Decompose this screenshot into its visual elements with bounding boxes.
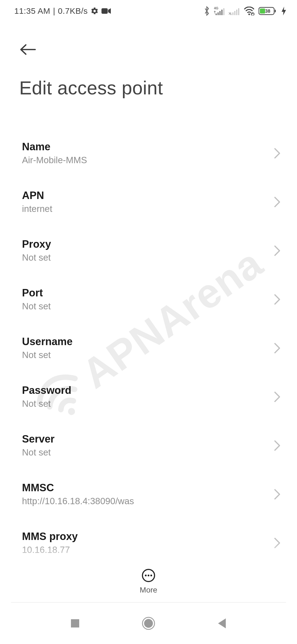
row-value: Air-Mobile-MMS [22, 155, 268, 165]
signal-4g-icon: 4G [214, 6, 225, 16]
svg-rect-4 [219, 11, 221, 15]
more-label: More [140, 586, 157, 594]
svg-rect-2 [216, 13, 217, 15]
svg-point-13 [251, 13, 254, 15]
settings-list: Name Air-Mobile-MMS APN internet Proxy N… [0, 129, 297, 567]
svg-rect-0 [101, 8, 108, 14]
more-button[interactable]: More [140, 569, 157, 594]
svg-rect-8 [232, 12, 233, 15]
chevron-right-icon [274, 489, 280, 500]
chevron-right-icon [274, 343, 280, 354]
row-apn[interactable]: APN internet [0, 178, 297, 226]
row-mms-proxy[interactable]: MMS proxy 10.16.18.77 [0, 519, 297, 567]
row-value: http://10.16.18.4:38090/was [22, 496, 268, 506]
row-label: Server [22, 433, 268, 445]
svg-rect-10 [236, 10, 237, 15]
page-title: Edit access point [19, 77, 278, 99]
nav-home-button[interactable] [138, 612, 160, 634]
row-mmsc[interactable]: MMSC http://10.16.18.4:38090/was [0, 470, 297, 519]
chevron-right-icon [274, 148, 280, 159]
row-label: MMS proxy [22, 531, 268, 542]
back-button[interactable] [19, 39, 41, 61]
row-proxy[interactable]: Proxy Not set [0, 226, 297, 275]
chevron-right-icon [274, 391, 280, 402]
svg-point-25 [144, 619, 153, 628]
svg-rect-5 [221, 10, 222, 15]
row-value: Not set [22, 399, 268, 409]
row-username[interactable]: Username Not set [0, 324, 297, 372]
nav-recent-button[interactable] [64, 612, 86, 634]
row-label: Password [22, 384, 268, 396]
row-label: APN [22, 190, 268, 201]
status-separator: | [53, 6, 55, 16]
circle-icon [142, 617, 155, 630]
triangle-left-icon [217, 618, 227, 629]
row-password[interactable]: Password Not set [0, 372, 297, 421]
svg-point-21 [148, 575, 149, 576]
svg-point-22 [150, 575, 152, 576]
signal-nosim-icon [229, 6, 240, 16]
chevron-right-icon [274, 197, 280, 208]
system-navbar [0, 603, 297, 644]
svg-text:4G: 4G [214, 6, 218, 10]
row-value: 10.16.18.77 [22, 545, 268, 555]
status-right: 4G [204, 6, 286, 16]
svg-rect-16 [275, 10, 276, 12]
charging-bolt-icon [282, 7, 286, 15]
status-bar: 11:35 AM | 0.7KB/s 4G [0, 0, 297, 22]
chevron-right-icon [274, 294, 280, 305]
square-icon [70, 618, 80, 628]
svg-rect-9 [234, 11, 235, 15]
row-label: Proxy [22, 238, 268, 250]
row-value: Not set [22, 301, 268, 312]
status-left: 11:35 AM | 0.7KB/s [14, 6, 111, 16]
chevron-right-icon [274, 245, 280, 256]
chevron-right-icon [274, 537, 280, 549]
row-label: Port [22, 287, 268, 299]
video-camera-icon [101, 8, 111, 14]
status-net-speed: 0.7KB/s [58, 6, 88, 16]
row-value: Not set [22, 447, 268, 458]
row-value: Not set [22, 350, 268, 360]
svg-rect-6 [223, 8, 224, 15]
svg-point-20 [145, 575, 147, 576]
settings-gear-icon [90, 7, 99, 15]
row-port[interactable]: Port Not set [0, 275, 297, 324]
bluetooth-icon [204, 6, 210, 16]
row-server[interactable]: Server Not set [0, 421, 297, 470]
svg-rect-11 [238, 8, 239, 15]
row-label: Username [22, 336, 268, 348]
page-header: Edit access point [0, 22, 297, 99]
row-value: internet [22, 204, 268, 214]
svg-rect-23 [71, 619, 79, 627]
battery-percent-text: 38 [265, 9, 270, 14]
svg-rect-3 [218, 12, 219, 15]
svg-rect-15 [260, 9, 265, 13]
chevron-right-icon [274, 440, 280, 451]
status-time: 11:35 AM [14, 6, 50, 16]
bottom-actions: More [0, 560, 297, 594]
more-circle-icon [142, 569, 155, 582]
wifi-icon [244, 7, 255, 15]
row-label: Name [22, 141, 268, 153]
nav-back-button[interactable] [211, 612, 233, 634]
row-value: Not set [22, 252, 268, 263]
row-name[interactable]: Name Air-Mobile-MMS [0, 129, 297, 178]
battery-icon: 38 [258, 7, 278, 15]
arrow-left-icon [19, 43, 37, 56]
row-label: MMSC [22, 482, 268, 494]
svg-point-12 [248, 13, 250, 15]
